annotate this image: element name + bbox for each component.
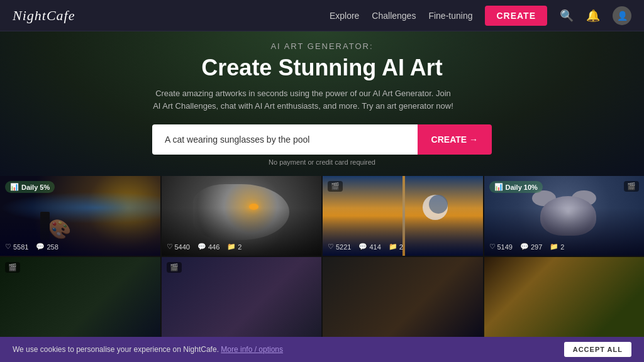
search-bar: CREATE → — [152, 124, 492, 155]
gallery-stats: ♡5149 💬297 📁2 — [489, 243, 640, 251]
comments-count: 💬414 — [358, 243, 380, 251]
video-badge: 🎬 — [624, 181, 639, 192]
cookie-banner: We use cookies to personalise your exper… — [0, 337, 644, 362]
logo: NightCafe — [13, 8, 75, 24]
gallery-stats: ♡5221 💬414 📁2 — [328, 243, 478, 251]
albums-count: 📁2 — [389, 243, 403, 251]
nav-explore[interactable]: Explore — [330, 11, 359, 21]
gallery-stats: ♡5440 💬446 📁2 — [167, 243, 317, 251]
navbar-right: Explore Challenges Fine-tuning CREATE 🔍 … — [330, 6, 631, 26]
gallery-stats: ♡5581 💬258 — [5, 243, 155, 251]
cookie-text: We use cookies to personalise your exper… — [13, 345, 283, 354]
video-badge: 🎬 — [167, 262, 182, 273]
gallery-item[interactable] — [323, 257, 483, 337]
avatar[interactable]: 👤 — [613, 6, 631, 25]
gallery-item[interactable]: 🎬 — [162, 257, 322, 337]
gallery-item[interactable]: 📊Daily 10% 🎬 ♡5149 💬297 📁2 — [484, 176, 645, 256]
nav-challenges[interactable]: Challenges — [372, 11, 416, 21]
likes-count: ♡5581 — [5, 243, 28, 251]
nav-finetuning[interactable]: Fine-tuning — [428, 11, 472, 21]
video-badge: 🎬 — [328, 181, 343, 192]
notifications-icon[interactable]: 🔔 — [586, 9, 600, 23]
gallery-item[interactable]: 🎬 ♡5221 💬414 📁2 — [323, 176, 483, 256]
hero-content: AI ART GENERATOR: Create Stunning AI Art… — [152, 41, 492, 166]
gallery-item[interactable]: 🎬 — [0, 257, 160, 337]
comments-count: 💬258 — [36, 243, 58, 251]
navbar: NightCafe Explore Challenges Fine-tuning… — [0, 0, 644, 31]
hero-subtitle: AI ART GENERATOR: — [152, 41, 492, 51]
video-badge: 🎬 — [5, 262, 20, 273]
cookie-link[interactable]: More info / options — [221, 345, 283, 354]
likes-count: ♡5440 — [167, 243, 190, 251]
search-icon[interactable]: 🔍 — [560, 9, 574, 23]
likes-count: ♡5221 — [328, 243, 351, 251]
accept-all-button[interactable]: ACCEPT ALL — [564, 342, 631, 357]
gallery-item[interactable]: ♡5440 💬446 📁2 — [162, 176, 322, 256]
albums-count: 📁2 — [227, 243, 242, 251]
create-button[interactable]: CREATE → — [418, 124, 492, 155]
hero-description: Create amazing artworks in seconds using… — [152, 87, 454, 112]
no-payment-text: No payment or credit card required — [152, 158, 492, 166]
search-input[interactable] — [152, 124, 418, 155]
hero-title: Create Stunning AI Art — [152, 55, 492, 81]
svg-point-1 — [429, 195, 448, 214]
daily-badge: 📊Daily 10% — [489, 181, 543, 193]
gallery-item[interactable] — [484, 257, 645, 337]
albums-count: 📁2 — [550, 243, 564, 251]
moon-svg — [419, 192, 451, 223]
comments-count: 💬446 — [197, 243, 219, 251]
gallery-item[interactable]: 📊Daily 5% ♡5581 💬258 — [0, 176, 160, 256]
daily-badge: 📊Daily 5% — [5, 181, 55, 193]
gallery: 📊Daily 5% ♡5581 💬258 ♡5440 💬446 📁2 🎬 — [0, 176, 644, 337]
comments-count: 💬297 — [520, 243, 542, 251]
navbar-create-button[interactable]: CREATE — [485, 6, 547, 26]
hero-section: AI ART GENERATOR: Create Stunning AI Art… — [0, 31, 644, 176]
likes-count: ♡5149 — [489, 243, 513, 251]
